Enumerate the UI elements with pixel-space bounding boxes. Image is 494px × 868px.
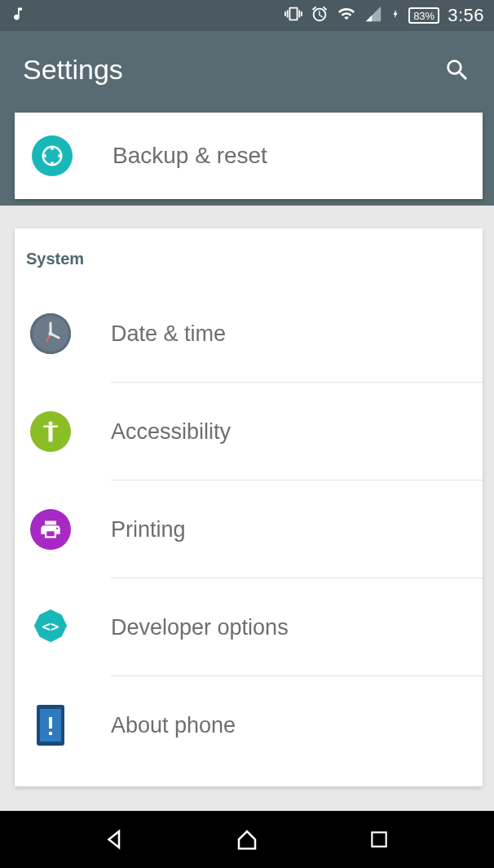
signal-icon [364, 5, 382, 27]
svg-point-6 [49, 332, 53, 336]
row-label: Backup & reset [112, 143, 267, 169]
svg-point-7 [49, 422, 53, 426]
row-label: Developer options [111, 615, 289, 640]
status-bar: 83% 3:56 [0, 0, 494, 31]
section-system: System Date & time Accessibility [15, 228, 483, 786]
alarm-icon [311, 5, 329, 27]
charging-icon [390, 5, 400, 27]
recents-icon [368, 829, 390, 850]
row-accessibility[interactable]: Accessibility [15, 383, 483, 480]
row-about-phone[interactable]: About phone [15, 676, 483, 774]
search-icon [443, 56, 471, 84]
battery-indicator: 83% [408, 7, 439, 24]
row-label: About phone [111, 713, 236, 738]
row-label: Accessibility [111, 419, 231, 445]
recents-button[interactable] [363, 823, 395, 856]
svg-text:<>: <> [42, 618, 60, 635]
phone-icon [36, 704, 65, 746]
section-title: System [15, 250, 483, 285]
print-icon [30, 509, 71, 550]
backup-reset-icon [32, 135, 73, 176]
svg-rect-13 [49, 732, 52, 735]
row-backup-reset[interactable]: Backup & reset [15, 113, 483, 199]
svg-rect-14 [372, 832, 386, 846]
app-bar: Settings [0, 31, 494, 108]
row-date-time[interactable]: Date & time [15, 285, 483, 383]
music-icon [10, 5, 26, 27]
back-button[interactable] [99, 823, 131, 856]
back-icon [103, 827, 127, 852]
navigation-bar [0, 811, 494, 868]
vibrate-icon [284, 5, 302, 27]
row-printing[interactable]: Printing [15, 480, 483, 578]
home-icon [235, 827, 259, 852]
row-developer-options[interactable]: <> Developer options [15, 578, 483, 676]
row-label: Printing [111, 517, 186, 542]
row-label: Date & time [111, 321, 226, 347]
svg-rect-12 [49, 717, 52, 728]
search-button[interactable] [443, 56, 471, 84]
home-button[interactable] [231, 823, 263, 856]
accessibility-icon [30, 411, 71, 452]
developer-icon: <> [30, 607, 71, 648]
wifi-icon [337, 5, 356, 27]
clock-icon [30, 313, 71, 354]
clock-text: 3:56 [448, 5, 484, 26]
page-title: Settings [23, 54, 443, 86]
